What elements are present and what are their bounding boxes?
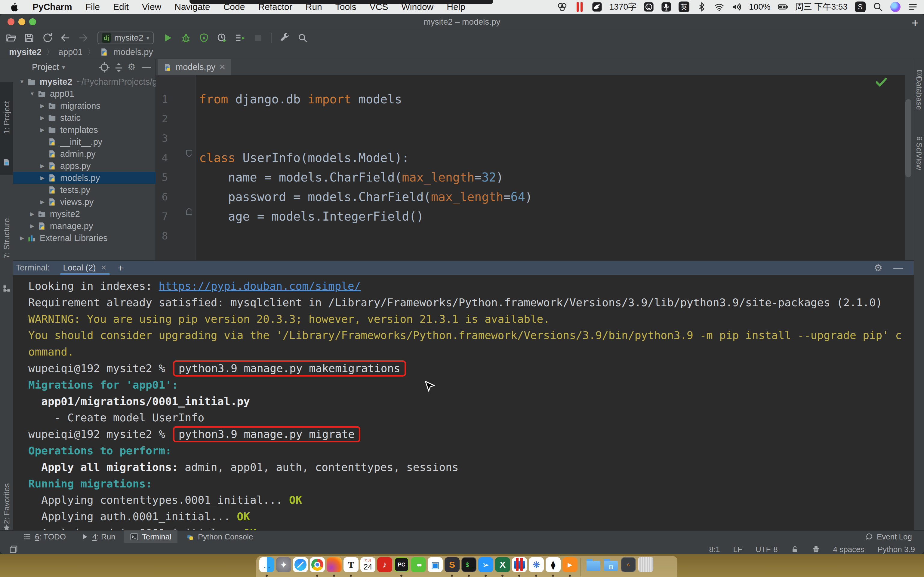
tree-row-mysite2[interactable]: ▼mysite2~/PycharmProjects/gx [13,76,156,88]
toolwindow-button--run[interactable]: 4: Run [74,530,121,543]
breadcrumb-item-mysite2[interactable]: mysite2 [9,47,42,57]
dock-icon-typora[interactable]: T [344,557,359,572]
new-file-plus-icon[interactable]: + [912,16,919,30]
record-pause-icon[interactable] [575,2,585,12]
file-encoding[interactable]: UTF-8 [756,545,778,554]
database-icon[interactable] [916,70,923,77]
locate-file-button[interactable] [99,61,110,73]
toolwindow-button--todo[interactable]: 6: TODO [17,530,72,543]
inspections-ok-check-icon[interactable] [876,77,887,87]
dock-icon-folder-documents[interactable] [586,557,601,572]
hide-terminal-button[interactable]: — [893,262,903,274]
unlock-icon[interactable] [791,545,799,553]
new-terminal-session-button[interactable]: + [118,262,124,274]
dock-icon-iterm[interactable]: $_ [461,557,477,572]
stripe-tab-sciview[interactable]: SciView [914,142,924,170]
stripe-tab-structure[interactable]: 7: Structure [2,218,11,258]
run-button[interactable] [161,31,175,45]
tree-collapsed-arrow-icon[interactable]: ▶ [18,235,26,241]
stripe-tab-database[interactable]: Database [914,76,924,110]
code-editor[interactable]: 12345678 from django.db import modelscla… [156,75,905,260]
tree-row-static[interactable]: ▶static [13,112,156,124]
search-icon[interactable] [873,2,883,12]
mic-badge-icon[interactable] [661,2,671,12]
open-folder-button[interactable] [4,31,18,45]
tree-collapsed-arrow-icon[interactable]: ▶ [27,211,37,217]
coverage-button[interactable] [197,31,211,45]
tree-row--init-py[interactable]: __init__.py [13,136,156,148]
tree-collapsed-arrow-icon[interactable]: ▶ [27,223,37,229]
rings-icon[interactable] [557,2,567,12]
breadcrumb-item-app01[interactable]: app01 [58,47,83,57]
tree-row-migrations[interactable]: ▶migrations [13,100,156,112]
tree-row-templates[interactable]: ▶templates [13,124,156,136]
volume-icon[interactable] [732,2,742,12]
hide-panel-button[interactable]: — [142,61,153,73]
line-ending[interactable]: LF [733,545,742,554]
dock-icon-xigua[interactable]: ▶ [562,557,577,572]
close-tab-icon[interactable]: ✕ [219,63,226,72]
project-panel-title[interactable]: Project [32,62,59,72]
toolwindow-button-terminal[interactable]: Terminal [124,530,178,543]
siri-icon[interactable] [890,2,901,12]
caret-position[interactable]: 8:1 [709,545,720,554]
dock-icon-boss[interactable]: ⧫ [546,557,561,572]
status-badge-S[interactable]: S [855,2,866,12]
editor-tab-models-py[interactable]: models.py ✕ [158,59,231,75]
dock-icon-safari[interactable] [293,557,308,572]
event-log-button[interactable]: Event Log [865,532,924,542]
tool-window-switcher-icon[interactable] [9,545,18,554]
tree-expanded-arrow-icon[interactable]: ▼ [18,79,26,85]
dock-icon-finder[interactable]: ‿ [259,557,274,572]
dingtalk-badge-icon[interactable] [592,2,602,12]
dock-icon-chrome[interactable] [310,557,325,572]
run-configuration-select[interactable]: djmysite2▾ [97,32,154,44]
tree-row-manage-py[interactable]: ▶manage.py [13,220,156,232]
tree-row-models-py[interactable]: ▶models.py [13,172,156,184]
gutter-fold-marker[interactable] [186,207,192,215]
dock-icon-trash[interactable] [638,557,653,572]
tree-collapsed-arrow-icon[interactable]: ▶ [38,103,47,109]
dock-icon-screenshot-window[interactable]: s [621,557,636,572]
debug-button[interactable] [179,31,193,45]
wifi-icon[interactable] [714,2,724,12]
indent-setting[interactable]: 4 spaces [833,545,864,554]
dock-icon-excel[interactable]: X [495,557,510,572]
tree-collapsed-arrow-icon[interactable]: ▶ [38,163,47,169]
gutter-fold-marker[interactable] [186,150,192,158]
dock-icon-pycharm[interactable]: PC [394,557,409,572]
forward-button[interactable] [76,31,90,45]
tree-row-app01[interactable]: ▼app01 [13,88,156,100]
dock-icon-wechat[interactable]: ●● [411,557,426,572]
close-terminal-tab-icon[interactable]: ✕ [101,264,107,272]
window-title-bar[interactable]: mysite2 – models.py + [0,14,924,31]
terminal-output[interactable]: Looking in indexes: https://pypi.douban.… [13,275,914,546]
tree-row-views-py[interactable]: ▶views.py [13,196,156,208]
collapse-all-button[interactable] [113,61,124,73]
dock-icon-netease[interactable]: ♪ [377,557,392,572]
dock-icon-firefox[interactable] [327,557,342,572]
project-tab-icon[interactable] [2,158,11,166]
back-button[interactable] [58,31,72,45]
dock-icon-keynote[interactable]: ▣ [428,557,443,572]
stripe-tab-favorites[interactable]: 2: Favorites [2,483,11,524]
stop-button[interactable] [251,31,265,45]
menu-item-pycharm[interactable]: PyCharm [32,2,72,12]
breadcrumb-item-models.py[interactable]: models.py [113,47,153,57]
dock-icon-calendar[interactable]: 11月24 [360,557,375,572]
tree-row-tests-py[interactable]: tests.py [13,184,156,196]
apple-icon[interactable] [9,2,19,12]
tree-row-admin-py[interactable]: admin.py [13,148,156,160]
terminal-settings-gear-icon[interactable]: ⚙ [874,262,882,274]
code-inspector-icon[interactable] [812,545,820,553]
save-button[interactable] [22,31,36,45]
dock-icon-sunflower[interactable]: ❋ [529,557,544,572]
menu-item-edit[interactable]: Edit [113,2,129,12]
wrench-button[interactable] [278,31,291,45]
tree-expanded-arrow-icon[interactable]: ▼ [27,91,37,97]
python-interpreter[interactable]: Python 3.9 [878,545,915,554]
terminal-tab-local[interactable]: Local (2) ✕ [60,261,110,275]
tree-row-apps-py[interactable]: ▶apps.py [13,160,156,172]
profiler-button[interactable] [215,31,229,45]
tree-collapsed-arrow-icon[interactable]: ▶ [38,114,47,121]
